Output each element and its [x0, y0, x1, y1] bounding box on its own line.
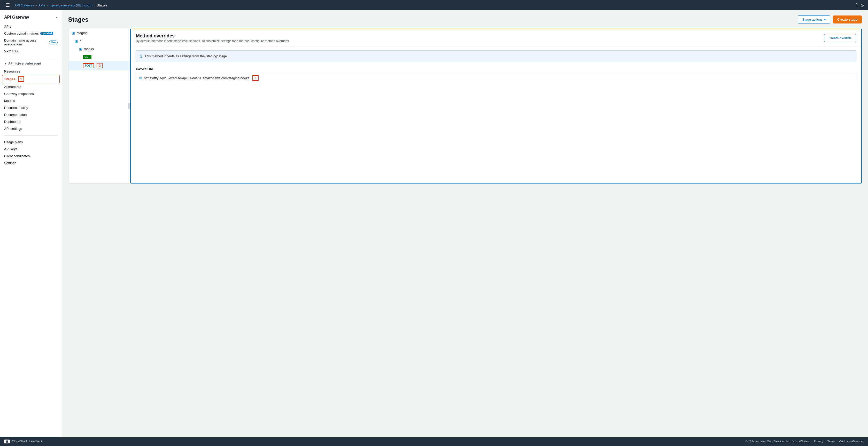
root-expand-icon: ▣ [75, 39, 78, 43]
sidebar-resources-label: Resources [4, 69, 20, 73]
tree-item-post[interactable]: POST 2 [68, 61, 130, 70]
sidebar-divider-1 [4, 58, 58, 58]
root-label: / [80, 39, 81, 43]
step2-badge: 2 [97, 63, 102, 68]
footer: ▣ CloudShell Feedback © 2024, Amazon Web… [0, 437, 868, 446]
staging-label: staging [77, 31, 88, 35]
tree-item-get[interactable]: GET [68, 53, 130, 61]
breadcrumb-sep1: › [36, 3, 37, 7]
footer-copyright: © 2024, Amazon Web Services, Inc. or its… [745, 440, 810, 443]
sidebar-item-settings[interactable]: Settings [0, 160, 62, 167]
tree-item-books[interactable]: ▣ /books [68, 45, 130, 53]
sidebar-item-api-settings[interactable]: API settings [0, 125, 62, 132]
sidebar-divider-2 [4, 135, 58, 136]
sidebar-settings-label: Settings [4, 161, 16, 165]
sidebar-item-domain-access[interactable]: Domain name access associations New [0, 37, 62, 48]
get-method-badge: GET [83, 55, 91, 59]
sidebar-custom-domain-label: Custom domain names [4, 32, 39, 35]
sidebar-item-resource-policy[interactable]: Resource policy [0, 104, 62, 111]
sidebar-usage-plans-label: Usage plans [4, 140, 23, 144]
sidebar-client-certs-label: Client certificates [4, 154, 30, 158]
breadcrumb-sep2: › [47, 3, 48, 7]
invoke-url-value: ⧉ https://ftty6fqyc0.execute-api.us-east… [136, 73, 856, 83]
sidebar-authorizers-label: Authorizers [4, 85, 21, 89]
page-header: Stages Stage actions ▾ Create stage [68, 15, 862, 24]
sidebar-item-apis[interactable]: APIs [0, 23, 62, 30]
header-actions: Stage actions ▾ Create stage [798, 15, 862, 24]
create-override-button[interactable]: Create override [824, 34, 856, 42]
content-area: Stages Stage actions ▾ Create stage ▣ st… [62, 10, 868, 437]
sidebar-stages-label: Stages [4, 77, 16, 81]
sidebar-item-custom-domain[interactable]: Custom domain names Updated [0, 30, 62, 37]
sidebar-item-api-keys[interactable]: API keys [0, 145, 62, 152]
breadcrumb-apis[interactable]: APIs [38, 3, 45, 7]
sidebar-item-client-certs[interactable]: Client certificates [0, 152, 62, 160]
sidebar-models-label: Models [4, 99, 15, 103]
detail-subtitle: By default, methods inherit stage-level … [136, 39, 289, 43]
chevron-down-icon: ▼ [4, 62, 7, 65]
sidebar-gateway-responses-label: Gateway responses [4, 92, 34, 96]
settings-icon[interactable]: ⊙ [861, 3, 864, 8]
sidebar-resource-policy-label: Resource policy [4, 106, 28, 110]
sidebar-top-section: APIs Custom domain names Updated Domain … [0, 22, 62, 56]
detail-title: Method overrides [136, 33, 289, 39]
tree-item-staging[interactable]: ▣ staging [68, 29, 130, 37]
sidebar-item-resources[interactable]: Resources [0, 68, 62, 75]
sidebar-api-keys-label: API keys [4, 147, 17, 151]
sidebar-api-settings-label: API settings [4, 127, 22, 131]
cloudshell-icon: ▣ [4, 440, 10, 443]
new-badge: New [49, 40, 58, 44]
breadcrumb-api-gateway[interactable]: API Gateway [14, 3, 34, 7]
info-text: This method inherits its settings from t… [145, 54, 228, 58]
sidebar: API Gateway ‹ APIs Custom domain names U… [0, 10, 62, 437]
sidebar-item-gateway-responses[interactable]: Gateway responses [0, 90, 62, 97]
help-icon[interactable]: ? [855, 3, 858, 7]
sidebar-api-section-label: ▼ API: fcj-serverless-api [0, 60, 62, 67]
breadcrumb-sep3: › [94, 3, 95, 7]
stages-tree-panel: ▣ staging ▣ / ▣ /books GET [68, 29, 130, 183]
books-label: /books [84, 47, 94, 51]
page-title: Stages [68, 16, 89, 23]
sidebar-item-models[interactable]: Models [0, 97, 62, 104]
staging-expand-icon: ▣ [71, 31, 75, 35]
detail-body: ℹ This method inherits its settings from… [131, 46, 861, 87]
invoke-url-label: Invoke URL [136, 67, 856, 71]
footer-feedback[interactable]: Feedback [29, 440, 43, 443]
copy-url-icon[interactable]: ⧉ [139, 76, 142, 80]
sidebar-item-usage-plans[interactable]: Usage plans [0, 139, 62, 145]
footer-terms[interactable]: Terms [828, 440, 835, 443]
create-stage-button[interactable]: Create stage [833, 15, 862, 24]
footer-cookies[interactable]: Cookie preferences [839, 440, 864, 443]
footer-privacy[interactable]: Privacy [814, 440, 823, 443]
stage-actions-button[interactable]: Stage actions ▾ [798, 15, 830, 24]
breadcrumb-api-id[interactable]: fcj-serverless-api (ftty6fqyc0) [50, 3, 92, 7]
sidebar-item-documentation[interactable]: Documentation [0, 111, 62, 118]
main-layout: API Gateway ‹ APIs Custom domain names U… [0, 10, 868, 437]
sidebar-documentation-label: Documentation [4, 113, 27, 117]
sidebar-item-dashboard[interactable]: Dashboard [0, 118, 62, 125]
footer-left: ▣ CloudShell Feedback [4, 440, 43, 443]
dropdown-arrow-icon: ▾ [824, 18, 826, 22]
sidebar-item-vpc-links[interactable]: VPC links [0, 48, 62, 55]
cloudshell-label[interactable]: CloudShell [12, 440, 27, 443]
sidebar-vpc-links-label: VPC links [4, 49, 19, 53]
sidebar-domain-access-label: Domain name access associations [4, 38, 48, 46]
sidebar-collapse-button[interactable]: ‹ [56, 14, 58, 20]
updated-badge: Updated [40, 32, 53, 35]
footer-right: © 2024, Amazon Web Services, Inc. or its… [745, 440, 864, 443]
stage-actions-label: Stage actions [802, 18, 823, 22]
sidebar-item-stages[interactable]: Stages 1 [2, 75, 60, 83]
sidebar-bottom-section: Usage plans API keys Client certificates… [0, 138, 62, 168]
panel-resize-handle[interactable]: ⋮ [128, 103, 130, 109]
sidebar-title: API Gateway [4, 15, 29, 20]
sidebar-header: API Gateway ‹ [0, 10, 62, 22]
menu-icon[interactable]: ☰ [4, 2, 11, 9]
detail-title-group: Method overrides By default, methods inh… [136, 33, 289, 43]
sidebar-item-authorizers[interactable]: Authorizers [0, 83, 62, 90]
tree-item-root[interactable]: ▣ / [68, 37, 130, 45]
create-stage-label: Create stage [837, 18, 858, 22]
step1-badge: 1 [18, 76, 24, 82]
breadcrumb-current: Stages [97, 3, 107, 7]
nav-icons: ? ⊙ [855, 3, 864, 8]
info-box: ℹ This method inherits its settings from… [136, 50, 856, 62]
